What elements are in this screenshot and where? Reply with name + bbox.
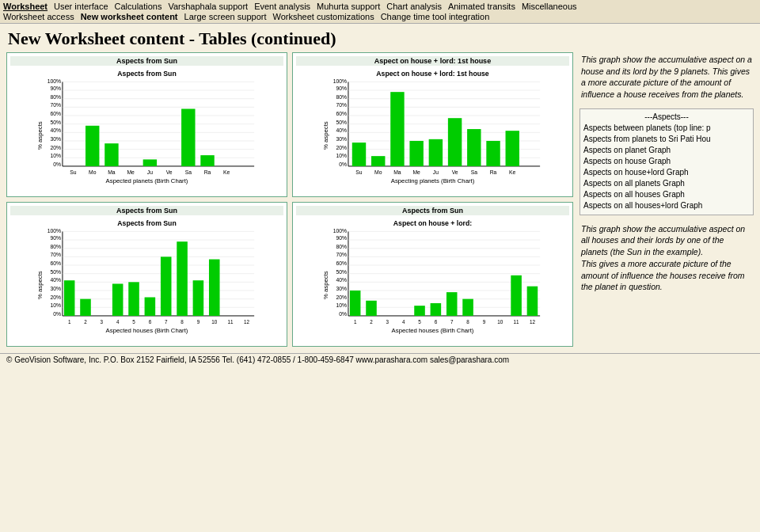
description2: This graph show the accumulative aspect … (580, 222, 754, 294)
nav-event-analysis[interactable]: Event analysis (254, 2, 310, 11)
description1: This graph show the accumulative aspect … (580, 52, 754, 102)
chart4-container: Aspects from Sun Aspect on house + lord:… (292, 202, 573, 347)
svg-text:0%: 0% (339, 311, 347, 317)
svg-text:Aspect on house + lord:: Aspect on house + lord: (393, 219, 472, 227)
chart1-container: Aspects from Sun Aspects from Sun % aspe… (6, 52, 287, 197)
svg-text:9: 9 (197, 319, 200, 325)
svg-text:Aspects from Sun: Aspects from Sun (117, 70, 176, 78)
aspect-item-0: Aspects between planets (top line: p (583, 123, 750, 134)
chart2-svg: Aspect on house + lord: 1st house % aspe… (296, 66, 569, 189)
svg-text:Ma: Ma (393, 169, 401, 175)
svg-rect-183 (511, 276, 522, 316)
svg-text:90%: 90% (50, 235, 61, 241)
svg-text:60%: 60% (336, 260, 347, 266)
svg-text:40%: 40% (336, 127, 347, 133)
svg-rect-123 (145, 297, 156, 315)
svg-text:10: 10 (211, 319, 217, 325)
chart2-outer-title: Aspect on house + lord: 1st house (296, 56, 569, 66)
svg-rect-27 (86, 126, 99, 166)
svg-rect-85 (506, 131, 519, 166)
svg-text:70%: 70% (336, 252, 347, 257)
svg-text:7: 7 (165, 319, 168, 325)
nav2-change-time[interactable]: Change time tool integration (381, 12, 490, 21)
chart3-container: Aspects from Sun Aspects from Sun % aspe… (6, 202, 287, 347)
chart3-area: Aspects from Sun % aspects 0% 10% 20% 30… (10, 216, 283, 343)
svg-text:Sa: Sa (471, 169, 478, 175)
right-panel: This graph show the accumulative aspect … (580, 52, 754, 347)
chart2-area: Aspect on house + lord: 1st house % aspe… (296, 66, 569, 193)
svg-rect-173 (431, 303, 442, 316)
svg-rect-125 (161, 256, 172, 316)
nav2-new-worksheet[interactable]: New worksheet content (81, 12, 178, 21)
svg-text:% aspects: % aspects (36, 271, 44, 299)
svg-text:5: 5 (418, 319, 421, 325)
svg-text:10%: 10% (336, 302, 347, 308)
nav-muhurta[interactable]: Muhurta support (317, 2, 380, 11)
svg-text:Ke: Ke (223, 169, 230, 175)
nav-user-interface[interactable]: User interface (54, 2, 108, 11)
svg-text:6: 6 (149, 319, 152, 325)
svg-text:12: 12 (244, 319, 249, 325)
svg-text:30%: 30% (336, 286, 347, 291)
svg-rect-69 (352, 142, 366, 166)
svg-text:Mo: Mo (89, 169, 97, 175)
chart4-svg: Aspect on house + lord: % aspects 0% 10%… (296, 216, 569, 339)
svg-text:4: 4 (402, 319, 405, 325)
svg-text:50%: 50% (50, 269, 61, 275)
nav-chart-analysis[interactable]: Chart analysis (386, 2, 442, 11)
nav2-large-screen[interactable]: Large screen support (184, 12, 267, 21)
chart3-svg: Aspects from Sun % aspects 0% 10% 20% 30… (10, 216, 283, 339)
svg-rect-185 (527, 287, 538, 316)
aspect-item-3: Aspects on house Graph (583, 156, 750, 167)
svg-rect-73 (390, 92, 404, 166)
svg-text:% aspects: % aspects (322, 121, 329, 150)
aspect-item-5: Aspects on all planets Graph (583, 178, 750, 189)
main-content: Aspects from Sun Aspects from Sun % aspe… (0, 52, 760, 350)
svg-text:90%: 90% (336, 235, 347, 241)
nav-miscellaneous[interactable]: Miscellaneous (522, 2, 577, 11)
svg-text:2: 2 (370, 319, 373, 325)
chart3-outer-title: Aspects from Sun (10, 206, 283, 215)
svg-text:Me: Me (127, 169, 135, 175)
svg-text:40%: 40% (50, 277, 61, 283)
svg-rect-29 (104, 143, 118, 166)
svg-text:Ma: Ma (108, 169, 116, 175)
svg-text:Aspect on house + lord: 1st ho: Aspect on house + lord: 1st house (376, 70, 489, 78)
nav-varshaphala[interactable]: Varshaphala support (168, 2, 248, 11)
nav2-customizations[interactable]: Worksheet customizations (272, 12, 374, 21)
aspect-item-7: Aspects on all houses+lord Graph (583, 200, 750, 211)
svg-text:20%: 20% (336, 145, 347, 150)
nav-animated-transits[interactable]: Animated transits (448, 2, 515, 11)
aspect-item-1: Aspects from planets to Sri Pati Hou (583, 134, 750, 145)
chart1-area: Aspects from Sun % aspects 0% 10% 20% 30… (10, 66, 283, 193)
top-navigation: Worksheet User interface Calculations Va… (0, 0, 760, 24)
svg-text:10%: 10% (336, 153, 347, 158)
nav-calculations[interactable]: Calculations (115, 2, 162, 11)
chart1-svg: Aspects from Sun % aspects 0% 10% 20% 30… (10, 66, 283, 189)
svg-text:8: 8 (466, 319, 469, 325)
svg-rect-113 (64, 280, 75, 316)
svg-text:50%: 50% (336, 269, 347, 275)
page-title: New Worksheet content - Tables (continue… (0, 24, 760, 52)
svg-text:90%: 90% (336, 86, 347, 91)
svg-text:60%: 60% (336, 111, 347, 116)
svg-rect-39 (200, 155, 214, 166)
svg-rect-129 (193, 280, 204, 316)
svg-text:Su: Su (355, 169, 363, 175)
svg-text:100%: 100% (48, 228, 61, 234)
nav-worksheet[interactable]: Worksheet (3, 2, 48, 11)
svg-text:3: 3 (101, 319, 104, 325)
svg-rect-165 (366, 301, 377, 316)
svg-text:40%: 40% (336, 277, 347, 283)
svg-text:0%: 0% (53, 162, 61, 167)
nav2-worksheet-access[interactable]: Worksheet access (3, 12, 74, 21)
svg-rect-171 (414, 306, 425, 316)
svg-rect-177 (462, 299, 473, 316)
chart4-outer-title: Aspects from Sun (296, 206, 569, 215)
svg-text:50%: 50% (50, 120, 61, 125)
svg-text:Ra: Ra (490, 169, 497, 175)
svg-rect-37 (181, 108, 195, 165)
svg-rect-71 (371, 156, 385, 166)
svg-text:2: 2 (84, 319, 87, 325)
svg-text:6: 6 (435, 319, 438, 325)
